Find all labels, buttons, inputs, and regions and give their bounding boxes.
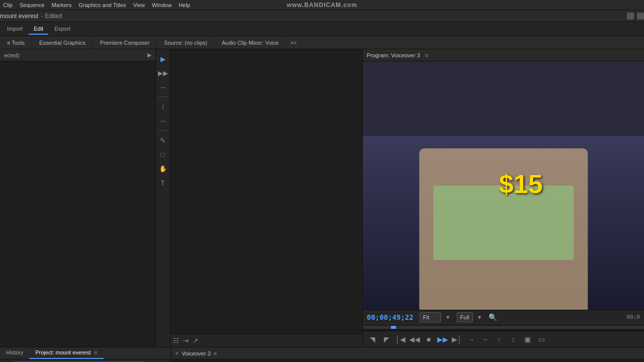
zoom-icon[interactable]: 🔍 [489,313,497,321]
tool-type[interactable]: T [157,177,169,188]
project-menu-icon[interactable]: ≡ [94,349,97,355]
tool-pen[interactable]: ✎ [157,135,169,146]
tab-import[interactable]: Import [2,24,28,35]
timeline-header: × Voiceover 3 ≡ [171,347,644,359]
edited-label: - Edited [41,13,62,20]
edit-tab-bar: Import Edit Export [0,22,644,36]
video-preview: $15 [363,61,644,310]
tool-rectangle[interactable]: □ [157,149,169,160]
lift-button[interactable]: ↑ [494,334,505,345]
left-panel: ected) ▶ [0,49,156,347]
filter-icon[interactable]: ☷ [173,337,179,344]
vertical-toolbar: ▶ ▶▶ ↔ 〈 ↔ ✎ □ ✋ T [156,49,170,347]
fit-dropdown[interactable]: Fit 25% 50% 100% [420,312,441,322]
timeline-timecode-bar: 00;00;49;22 △ ▽ ⇨ ↓ ♾ [171,359,644,362]
bottom-panel-tabs: History Project: mount everest ≡ [0,347,171,359]
left-panel-expand[interactable]: ▶ [147,52,151,58]
menu-sequence[interactable]: Sequence [20,2,45,8]
play-button[interactable]: ▶▶ [437,334,448,345]
stop-button[interactable]: ■ [423,334,434,345]
panel-tab-premiere-composer[interactable]: Premiere Composer [93,36,157,49]
mark-out-button[interactable]: ◤ [381,334,392,345]
window-controls [627,13,644,20]
quality-dropdown[interactable]: Full 1/2 1/4 [457,312,473,322]
bottom-area: History Project: mount everest ≡ 📂 117 i… [0,347,644,362]
scrub-thumb[interactable] [391,326,396,329]
scene-backdrop: $15 [363,61,644,310]
left-panel-header: ected) ▶ [0,49,155,61]
extract-button[interactable]: ↕ [508,334,519,345]
tool-ripple[interactable]: ↔ [157,81,169,93]
tool-razor[interactable]: 〈 [157,101,169,112]
tab-export[interactable]: Export [49,24,75,35]
panel-tab-audio-clip-mixer[interactable]: Audio Clip Mixer: Voice [215,36,286,49]
center-empty-area [170,49,362,334]
toolbar-divider [158,97,168,97]
export-frame-button[interactable]: ▭ [536,334,547,345]
center-bottom-toolbar: ☷ ⇥ ↗ [170,334,362,347]
history-tab[interactable]: History [0,347,29,359]
dropdown-arrow-quality: ▼ [477,314,482,320]
timeline-menu-button[interactable]: ≡ [214,350,217,356]
window-maximize[interactable] [637,13,644,20]
goto-in-button[interactable]: │◀ [395,334,406,345]
timeline-close-button[interactable]: × [175,350,179,357]
timecode-display: 00;00;49;22 [367,313,414,321]
bandicam-logo: www.BANDICAM.com [287,0,357,10]
left-panel-title: ected) [4,52,20,58]
export-icon[interactable]: ↗ [193,337,198,344]
dollar-text: $15 [499,169,543,199]
center-area: ▶ ▶▶ ↔ 〈 ↔ ✎ □ ✋ T ☷ ⇥ ↗ [156,49,362,347]
project-title: mount everest [0,13,38,20]
menu-window[interactable]: Window [152,2,172,8]
scrub-track [363,326,644,329]
program-monitor: Program: Voiceover 3 ≡ $15 00;00;49;22 F… [362,49,644,347]
title-bar: mount everest - Edited [0,10,644,22]
menu-help[interactable]: Help [179,2,190,8]
menu-markers[interactable]: Markers [52,2,72,8]
tool-slip[interactable]: ↔ [157,115,169,126]
menu-view[interactable]: View [133,2,145,8]
overwrite-button[interactable]: → [479,334,491,345]
monitor-time-right: 00;0 [627,314,640,320]
tab-edit[interactable]: Edit [29,24,48,35]
center-content: ☷ ⇥ ↗ [170,49,362,347]
monitor-controls: ◥ ◤ │◀ ◀◀ ■ ▶▶ ▶│ → → ↑ ↕ ▣ ▭ [363,331,644,347]
menu-bar: www.BANDICAM.com Clip Sequence Markers G… [0,0,644,10]
project-tab[interactable]: Project: mount everest ≡ [29,347,104,359]
toolbar-divider-2 [158,130,168,131]
panel-tab-tools[interactable]: ≡ Tools [0,36,32,49]
tool-track-select[interactable]: ▶▶ [157,67,169,78]
timeline-panel: × Voiceover 3 ≡ 00;00;49;22 △ ▽ ⇨ ↓ ♾ 00… [171,347,644,362]
panel-tab-essential-graphics[interactable]: Essential Graphics [32,36,93,49]
window-minimize[interactable] [627,13,634,20]
menu-graphics[interactable]: Graphics and Titles [78,2,126,8]
mark-in-button[interactable]: ◥ [367,334,378,345]
step-back-button[interactable]: ◀◀ [409,334,420,345]
panel-tab-source[interactable]: Source: (no clips) [157,36,215,49]
menu-clip[interactable]: Clip [3,2,13,8]
program-monitor-header: Program: Voiceover 3 ≡ [363,49,644,61]
program-monitor-title: Program: Voiceover 3 [367,52,420,58]
goto-out-button[interactable]: ▶│ [451,334,462,345]
tool-hand[interactable]: ✋ [157,163,169,174]
fit-icon[interactable]: ⇥ [183,337,189,344]
timeline-title: Voiceover 3 [182,350,210,356]
tool-select[interactable]: ▶ [157,53,169,64]
left-panel-content [0,61,155,347]
bottom-left-panel: History Project: mount everest ≡ 📂 117 i… [0,347,171,362]
monitor-timecode-bar: 00;00;49;22 Fit 25% 50% 100% ▼ Full 1/2 … [363,310,644,324]
insert-button[interactable]: → [465,334,476,345]
main-area: ected) ▶ ▶ ▶▶ ↔ 〈 ↔ ✎ □ ✋ T ☷ ⇥ ↗ [0,49,644,347]
dropdown-arrow-fit: ▼ [445,314,451,320]
project-toolbar: 📂 117 items [0,359,171,362]
program-monitor-menu[interactable]: ≡ [425,52,428,58]
panels-bar: ≡ Tools Essential Graphics Premiere Comp… [0,36,644,49]
more-panels-button[interactable]: >> [286,38,301,48]
camera-button[interactable]: ▣ [522,334,533,345]
timeline-scrub[interactable] [363,324,644,331]
